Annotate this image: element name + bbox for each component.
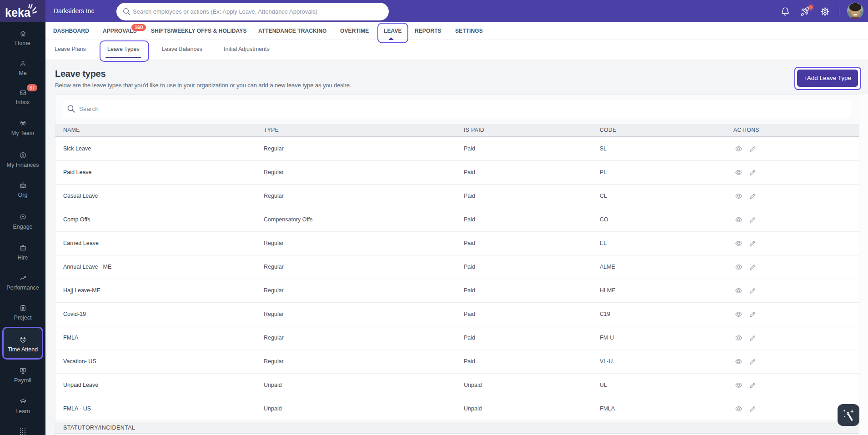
- svg-text:keka: keka: [5, 5, 30, 20]
